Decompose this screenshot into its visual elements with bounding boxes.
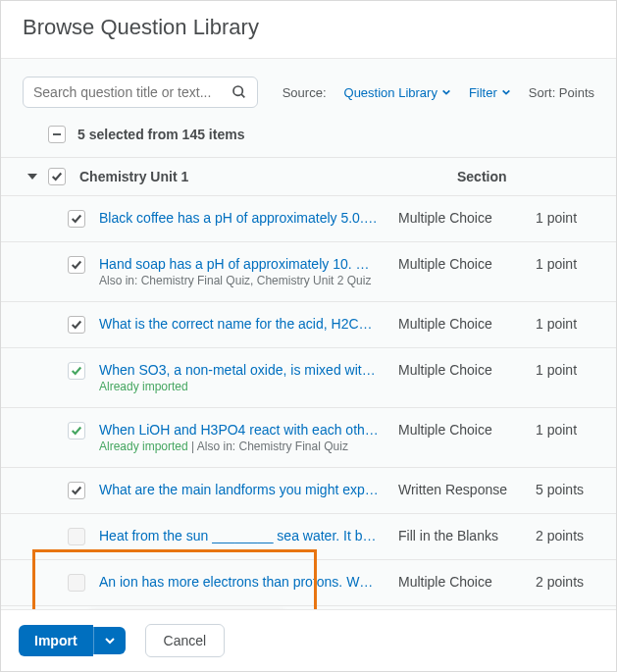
svg-marker-2: [27, 174, 37, 180]
already-imported-label: Already imported: [99, 380, 188, 393]
question-row: Hand soap has a pH of approximately 10. …: [1, 241, 616, 301]
check-icon: [51, 171, 63, 182]
question-row: If an atom has 16 protons and 18 electro…: [1, 605, 616, 610]
question-type: Multiple Choice: [398, 574, 536, 590]
question-points: 1 point: [536, 256, 594, 272]
question-subtext: Already imported | Also in: Chemistry Fi…: [99, 439, 379, 453]
question-points: 2 points: [536, 528, 594, 543]
collapse-caret[interactable]: [26, 171, 38, 182]
question-type: Multiple Choice: [398, 316, 536, 332]
page-title: Browse Question Library: [1, 1, 616, 58]
svg-point-0: [233, 86, 242, 95]
question-type: Multiple Choice: [398, 210, 536, 226]
column-type-header: Section: [457, 169, 594, 184]
check-icon: [71, 319, 82, 331]
question-title[interactable]: An ion has more electrons than protons. …: [99, 574, 379, 590]
sort-label: Sort: Points: [529, 85, 594, 100]
section-checkbox[interactable]: [48, 168, 66, 185]
chevron-down-icon: [104, 635, 116, 646]
svg-line-1: [241, 94, 244, 97]
row-checkbox[interactable]: [68, 256, 85, 274]
check-icon: [71, 485, 82, 496]
question-title[interactable]: What is the correct name for the acid, H…: [99, 316, 379, 332]
cancel-button[interactable]: Cancel: [145, 624, 226, 657]
footer: Import Cancel: [1, 610, 616, 671]
caret-down-icon: [26, 171, 38, 182]
toolbar: Source: Question Library Filter Sort: Po…: [1, 59, 616, 118]
import-dropdown-button[interactable]: [93, 627, 126, 654]
question-type: Fill in the Blanks: [398, 528, 536, 543]
question-type: Multiple Choice: [398, 256, 536, 272]
question-row: What are the main landforms you might ex…: [1, 467, 616, 513]
question-subtext: Also in: Chemistry Final Quiz, Chemistry…: [99, 274, 379, 287]
question-title[interactable]: Hand soap has a pH of approximately 10. …: [99, 256, 379, 272]
question-title[interactable]: What are the main landforms you might ex…: [99, 482, 379, 497]
section-header: Chemistry Unit 1 Section: [1, 157, 616, 195]
question-points: 5 points: [536, 482, 594, 497]
chevron-down-icon: [441, 87, 451, 97]
search-box[interactable]: [23, 77, 258, 108]
question-title[interactable]: Black coffee has a pH of approximately 5…: [99, 210, 379, 226]
question-title[interactable]: When SO3, a non-metal oxide, is mixed wi…: [99, 362, 379, 378]
section-name[interactable]: Chemistry Unit 1: [79, 169, 457, 184]
search-input[interactable]: [33, 84, 231, 100]
row-checkbox[interactable]: [68, 362, 85, 380]
source-label: Source:: [283, 85, 327, 100]
question-type: Written Response: [398, 482, 536, 497]
filter-dropdown[interactable]: Filter: [469, 85, 511, 100]
row-checkbox: [68, 528, 85, 545]
selection-summary-text: 5 selected from 145 items: [77, 127, 244, 142]
row-checkbox[interactable]: [68, 422, 85, 439]
sort-dropdown[interactable]: Sort: Points: [529, 85, 594, 100]
question-row: An ion has more electrons than protons. …: [1, 559, 616, 605]
question-row: When LiOH and H3PO4 react with each othe…: [1, 407, 616, 467]
question-subtext: Already imported: [99, 380, 379, 393]
filter-label: Filter: [469, 85, 497, 100]
source-value: Question Library: [344, 85, 437, 100]
check-icon: [71, 259, 82, 271]
check-icon: [71, 213, 82, 225]
check-icon: [71, 365, 82, 377]
row-checkbox[interactable]: [68, 210, 85, 228]
question-type: Multiple Choice: [398, 422, 536, 438]
question-title[interactable]: Heat from the sun ________ sea water. It…: [99, 528, 379, 543]
question-row: When SO3, a non-metal oxide, is mixed wi…: [1, 347, 616, 407]
selection-summary-row: 5 selected from 145 items: [1, 118, 616, 157]
search-icon[interactable]: [231, 84, 247, 100]
row-checkbox: [68, 574, 85, 592]
minus-icon: [53, 133, 61, 135]
question-points: 1 point: [536, 362, 594, 378]
check-icon: [71, 425, 82, 437]
question-type: Multiple Choice: [398, 362, 536, 378]
question-title[interactable]: When LiOH and H3PO4 react with each othe…: [99, 422, 379, 438]
row-checkbox[interactable]: [68, 482, 85, 499]
import-button[interactable]: Import: [19, 625, 93, 656]
question-points: 2 points: [536, 574, 594, 590]
question-points: 1 point: [536, 210, 594, 226]
question-row: Black coffee has a pH of approximately 5…: [1, 195, 616, 241]
question-row: What is the correct name for the acid, H…: [1, 301, 616, 347]
question-row: Heat from the sun ________ sea water. It…: [1, 513, 616, 559]
question-points: 1 point: [536, 316, 594, 332]
question-points: 1 point: [536, 422, 594, 438]
already-imported-label: Already imported: [99, 439, 188, 453]
chevron-down-icon: [501, 87, 511, 97]
source-dropdown[interactable]: Question Library: [344, 85, 451, 100]
row-checkbox[interactable]: [68, 316, 85, 334]
select-all-checkbox[interactable]: [48, 126, 66, 143]
